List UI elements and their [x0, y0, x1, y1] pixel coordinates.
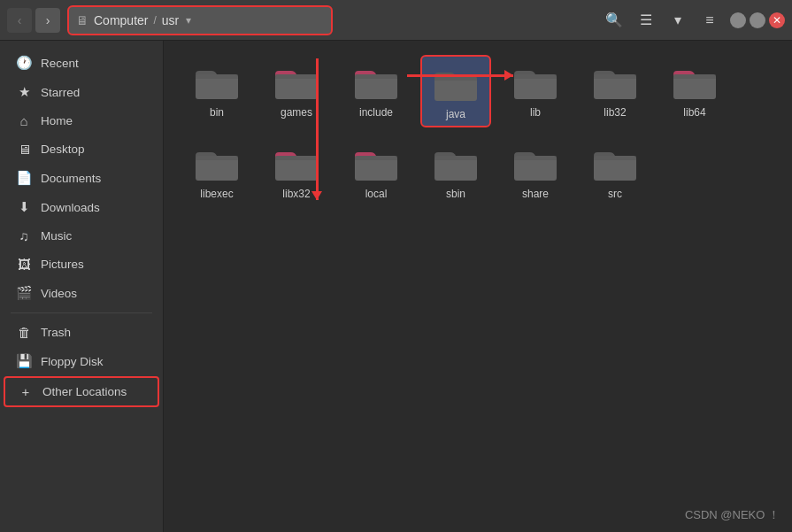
- home-label: Home: [41, 114, 73, 127]
- folder-svg: [431, 62, 481, 104]
- folder-svg: [511, 60, 560, 103]
- sidebar-item-downloads[interactable]: ⬇Downloads: [4, 193, 159, 221]
- folder-svg: [192, 60, 242, 103]
- folder-name-libexec: libexec: [200, 188, 233, 200]
- sidebar-divider: [11, 312, 152, 313]
- sidebar-item-floppy[interactable]: 💾Floppy Disk: [4, 347, 159, 375]
- folder-java[interactable]: java: [420, 55, 491, 127]
- other-icon: +: [18, 384, 34, 399]
- folder-svg: [192, 142, 242, 184]
- folder-icon-libx32: [272, 142, 321, 184]
- folder-icon-share: [511, 142, 560, 184]
- svg-rect-11: [594, 74, 636, 79]
- music-icon: ♫: [16, 228, 32, 243]
- sidebar-item-videos[interactable]: 🎬Videos: [4, 279, 159, 307]
- sort-button[interactable]: ▾: [665, 7, 691, 34]
- folder-icon-java: [431, 62, 481, 104]
- folder-svg: [511, 142, 560, 184]
- folder-svg: [351, 60, 401, 103]
- folder-libexec[interactable]: libexec: [181, 136, 252, 205]
- folder-icon-sbin: [431, 142, 481, 184]
- folder-name-local: local: [365, 188, 388, 200]
- sidebar: 🕐Recent★Starred⌂Home🖥Desktop📄Documents⬇D…: [0, 41, 164, 532]
- recent-label: Recent: [41, 57, 79, 70]
- folder-grid: bingamesincludejavaliblib32lib64libexecl…: [181, 55, 774, 205]
- search-button[interactable]: 🔍: [601, 7, 627, 34]
- breadcrumb-chevron-icon[interactable]: ▾: [186, 14, 191, 27]
- folder-icon-src: [590, 142, 640, 184]
- pictures-label: Pictures: [41, 258, 84, 271]
- maximize-button[interactable]: □: [750, 12, 765, 28]
- folder-icon-local: [351, 142, 401, 184]
- computer-icon: 🖥: [76, 13, 88, 27]
- folder-icon-lib32: [590, 60, 640, 103]
- sidebar-item-starred[interactable]: ★Starred: [4, 78, 159, 106]
- breadcrumb-separator: /: [153, 14, 156, 27]
- folder-lib[interactable]: lib: [500, 55, 571, 127]
- downloads-icon: ⬇: [16, 199, 32, 215]
- folder-include[interactable]: include: [341, 55, 411, 127]
- folder-name-games: games: [281, 106, 312, 119]
- starred-icon: ★: [16, 84, 32, 100]
- svg-rect-25: [594, 156, 636, 160]
- folder-name-libx32: libx32: [282, 188, 310, 200]
- breadcrumb-path: usr: [162, 13, 179, 27]
- view-list-button[interactable]: ☰: [633, 7, 659, 34]
- folder-local[interactable]: local: [341, 136, 411, 205]
- folder-svg: [590, 142, 640, 184]
- folder-icon-lib64: [670, 60, 719, 103]
- folder-name-lib: lib: [530, 106, 541, 119]
- floppy-icon: 💾: [16, 353, 32, 369]
- documents-label: Documents: [41, 172, 101, 185]
- folder-src[interactable]: src: [580, 136, 650, 205]
- close-button[interactable]: ✕: [769, 12, 785, 28]
- sidebar-item-home[interactable]: ⌂Home: [4, 107, 159, 135]
- minimize-button[interactable]: −: [730, 12, 746, 28]
- folder-icon-include: [351, 60, 401, 103]
- breadcrumb[interactable]: 🖥 Computer / usr ▾: [67, 5, 333, 35]
- folder-name-sbin: sbin: [446, 188, 465, 200]
- svg-rect-21: [434, 156, 477, 160]
- menu-button[interactable]: ≡: [696, 7, 723, 34]
- forward-button[interactable]: ›: [35, 8, 60, 33]
- sidebar-item-desktop[interactable]: 🖥Desktop: [4, 135, 159, 163]
- titlebar: ‹ › 🖥 Computer / usr ▾ 🔍 ☰ ▾ ≡ − □ ✕: [0, 0, 792, 41]
- sidebar-item-documents[interactable]: 📄Documents: [4, 164, 159, 192]
- folder-sbin[interactable]: sbin: [420, 136, 491, 205]
- music-label: Music: [41, 229, 72, 243]
- sidebar-item-other[interactable]: +Other Locations: [4, 376, 159, 407]
- folder-name-src: src: [608, 188, 622, 200]
- svg-rect-19: [355, 156, 397, 160]
- sidebar-item-trash[interactable]: 🗑Trash: [4, 319, 159, 346]
- svg-rect-9: [514, 74, 557, 79]
- folder-icon-libexec: [192, 142, 242, 184]
- folder-icon-games: [272, 60, 321, 103]
- starred-label: Starred: [41, 86, 80, 99]
- home-icon: ⌂: [16, 113, 32, 128]
- pictures-icon: 🖼: [16, 257, 32, 272]
- folder-lib64[interactable]: lib64: [659, 55, 730, 127]
- folder-name-share: share: [522, 188, 549, 200]
- videos-label: Videos: [41, 287, 77, 300]
- desktop-label: Desktop: [41, 143, 85, 156]
- trash-label: Trash: [41, 326, 71, 339]
- sidebar-item-recent[interactable]: 🕐Recent: [4, 49, 159, 77]
- sidebar-item-pictures[interactable]: 🖼Pictures: [4, 251, 159, 278]
- svg-rect-3: [275, 74, 318, 79]
- watermark: CSDN @NEKO ！: [685, 507, 780, 523]
- videos-icon: 🎬: [16, 285, 32, 301]
- downloads-label: Downloads: [41, 201, 100, 214]
- svg-rect-15: [196, 156, 238, 160]
- svg-rect-17: [275, 156, 318, 160]
- folder-svg: [272, 60, 321, 103]
- breadcrumb-root: Computer: [94, 13, 148, 27]
- folder-name-include: include: [359, 106, 393, 119]
- sidebar-item-music[interactable]: ♫Music: [4, 222, 159, 250]
- back-button[interactable]: ‹: [7, 8, 32, 33]
- folder-games[interactable]: games: [261, 55, 332, 127]
- folder-lib32[interactable]: lib32: [580, 55, 650, 127]
- other-label: Other Locations: [42, 385, 127, 398]
- folder-bin[interactable]: bin: [181, 55, 252, 127]
- folder-share[interactable]: share: [500, 136, 571, 205]
- main-layout: 🕐Recent★Starred⌂Home🖥Desktop📄Documents⬇D…: [0, 41, 792, 532]
